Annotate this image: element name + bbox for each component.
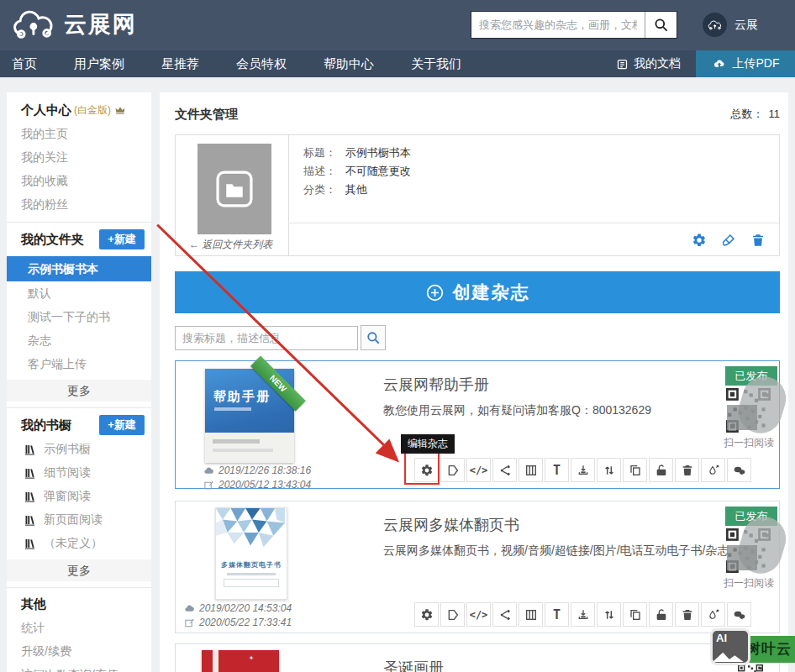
- transfer-action-button[interactable]: [597, 602, 621, 627]
- trash-action-button[interactable]: [675, 458, 699, 482]
- bookshelf-icon: [24, 444, 36, 456]
- header-search: [471, 11, 677, 39]
- page-header: 文件夹管理 总数：11: [175, 92, 780, 126]
- share-action-button[interactable]: [492, 602, 517, 627]
- edit-date-icon: [184, 617, 195, 628]
- magazine-cover[interactable]: 多媒体翻页电子书: [215, 507, 287, 600]
- my-documents-link[interactable]: 我的文档: [601, 50, 696, 77]
- folder-brush-button[interactable]: [721, 233, 736, 248]
- embed-action-button[interactable]: </>: [466, 458, 491, 482]
- magazine-card-help-manual: 帮助手册 NEW 2019/12/26 18:38:16 2020/05/12 …: [175, 360, 780, 489]
- field-value: 不可随意更改: [345, 165, 411, 177]
- magazine-cover[interactable]: ✦ Merry Christmas: [202, 650, 279, 672]
- cloud-logo-icon: [12, 8, 57, 41]
- folder-settings-button[interactable]: [692, 233, 707, 248]
- sidebar-item-magazine[interactable]: 杂志: [7, 328, 151, 352]
- sidebar-item-newpage-reading[interactable]: 新页面阅读: [7, 508, 151, 532]
- header-search-button[interactable]: [645, 12, 677, 38]
- sidebar-item-my-favorites[interactable]: 我的收藏: [7, 169, 151, 192]
- nav-item-help[interactable]: 帮助中心: [305, 50, 392, 77]
- page-action-button[interactable]: [440, 602, 465, 627]
- sidebar-item-visits-query[interactable]: 访问次数查询/充值: [7, 663, 151, 672]
- chat-action-button[interactable]: [727, 602, 751, 627]
- header-search-input[interactable]: [471, 12, 645, 38]
- new-folder-button[interactable]: +新建: [99, 229, 145, 249]
- updated-date: 2020/05/12 13:43:04: [218, 478, 311, 492]
- sidebar-item-test-book[interactable]: 测试一下子的书: [7, 305, 151, 328]
- ink-action-button[interactable]: [701, 602, 725, 627]
- cover-triangles: [216, 508, 285, 555]
- sidebar-item-upgrade-renew[interactable]: 升级/续费: [7, 639, 151, 663]
- new-bookshelf-button[interactable]: +新建: [99, 415, 145, 435]
- create-magazine-button[interactable]: 创建杂志: [175, 271, 780, 313]
- document-icon: [616, 58, 629, 71]
- bookshelf-action-button[interactable]: [519, 458, 543, 482]
- nav-item-about[interactable]: 关于我们: [392, 50, 480, 77]
- nav-item-star[interactable]: 星推荐: [143, 50, 218, 77]
- bookshelf-icon: [24, 514, 36, 527]
- folders-more-button[interactable]: 更多: [7, 380, 151, 402]
- magazine-title[interactable]: 云展网帮助手册: [383, 375, 489, 395]
- ink-action-button[interactable]: [701, 458, 725, 482]
- chat-action-button[interactable]: [727, 458, 751, 482]
- sidebar-item-undefined[interactable]: （未定义）: [7, 532, 151, 555]
- folder-field-category: 分类： 其他: [303, 182, 367, 197]
- download-action-button[interactable]: [571, 458, 595, 482]
- transfer-action-button[interactable]: [597, 458, 621, 482]
- magazine-cover[interactable]: 帮助手册 NEW: [205, 369, 294, 463]
- nav-item-vip[interactable]: 会员特权: [218, 50, 305, 77]
- magazine-title[interactable]: 圣诞画册: [383, 658, 444, 672]
- upload-pdf-button[interactable]: 上传PDF: [696, 50, 795, 77]
- bookshelf-item-label: 弹窗阅读: [44, 489, 91, 504]
- sidebar-item-popup-reading[interactable]: 弹窗阅读: [7, 485, 151, 508]
- avatar[interactable]: [703, 13, 727, 37]
- censor-blob: [727, 405, 757, 430]
- sidebar-item-my-follows[interactable]: 我的关注: [7, 145, 151, 169]
- list-search-button[interactable]: [361, 325, 386, 350]
- sidebar-item-client-upload[interactable]: 客户端上传: [7, 352, 151, 375]
- updated-date: 2020/05/22 17:33:41: [199, 616, 292, 630]
- my-folders-header: 我的文件夹 +新建: [7, 227, 151, 252]
- magazine-title[interactable]: 云展网多媒体翻页书: [383, 515, 519, 535]
- magazine-card-christmas-album: ✦ Merry Christmas 圣诞画册: [175, 643, 780, 672]
- sidebar-item-default[interactable]: 默认: [7, 281, 151, 305]
- folder-delete-button[interactable]: [750, 233, 766, 248]
- copy-action-button[interactable]: [623, 458, 647, 482]
- sidebar-item-statistics[interactable]: 统计: [7, 616, 151, 639]
- copy-action-button[interactable]: [623, 602, 647, 627]
- unlock-action-button[interactable]: [649, 458, 673, 482]
- embed-action-button[interactable]: </>: [466, 602, 491, 627]
- logo[interactable]: 云展网: [12, 8, 137, 41]
- settings-action-button[interactable]: [414, 602, 439, 627]
- bookshelf-action-button[interactable]: [519, 602, 543, 627]
- sidebar-item-detail-reading[interactable]: 细节阅读: [7, 461, 151, 485]
- sidebar-item-sample-bookshelf[interactable]: 示例书橱: [7, 438, 151, 461]
- sidebar-item-sample-shelf-books-selected[interactable]: 示例书橱书本: [7, 256, 151, 281]
- username[interactable]: 云展: [734, 18, 758, 33]
- created-date: 2019/12/26 18:38:16: [218, 464, 311, 478]
- created-date: 2019/02/20 14:53:04: [199, 601, 292, 616]
- unlock-action-button[interactable]: [649, 602, 673, 627]
- share-action-button[interactable]: [492, 458, 517, 482]
- divider: [7, 222, 151, 223]
- sidebar-item-my-homepage[interactable]: 我的主页: [7, 122, 151, 145]
- card-dates: 2019/12/26 18:38:16 2020/05/12 13:43:04: [203, 464, 311, 492]
- page-title: 文件夹管理: [175, 107, 238, 123]
- sidebar-item-my-fans[interactable]: 我的粉丝: [7, 192, 151, 216]
- personal-center-label: 个人中心: [21, 102, 71, 118]
- search-icon: [366, 330, 381, 345]
- total-label: 总数：: [731, 108, 764, 120]
- nav-item-cases[interactable]: 用户案例: [55, 50, 143, 77]
- search-icon: [653, 17, 669, 33]
- text-action-button[interactable]: T: [545, 602, 569, 627]
- trash-action-button[interactable]: [675, 602, 699, 627]
- bookshelf-more-button[interactable]: 更多: [7, 559, 151, 581]
- download-action-button[interactable]: [571, 602, 595, 627]
- nav-item-home[interactable]: 首页: [0, 50, 55, 77]
- cover-title: 帮助手册: [213, 389, 271, 405]
- folder-thumbnail: [197, 144, 271, 234]
- back-to-folder-list-link[interactable]: ← 返回文件夹列表: [189, 238, 272, 252]
- page-action-button[interactable]: [440, 458, 465, 482]
- total-count: 总数：11: [731, 107, 781, 122]
- text-action-button[interactable]: T: [545, 458, 569, 482]
